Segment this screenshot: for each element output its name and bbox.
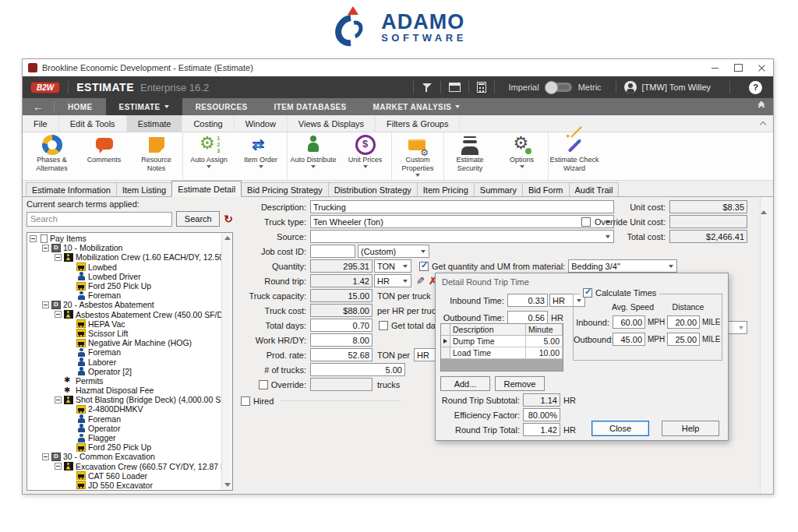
calculate-times-checkbox[interactable]	[583, 288, 592, 298]
tree-item[interactable]: Operator	[27, 424, 221, 433]
tree-expander[interactable]	[42, 245, 49, 252]
item-order-button[interactable]: Item Order	[235, 132, 287, 180]
nav-estimate[interactable]: ESTIMATE	[106, 98, 182, 115]
estimate-check-wizard-button[interactable]: Estimate Check Wizard	[548, 132, 600, 180]
tree-item[interactable]: Lowbed	[27, 262, 221, 272]
tab-distribution-strategy[interactable]: Distribution Strategy	[328, 182, 418, 196]
tree-item[interactable]: Foreman	[27, 291, 221, 300]
menu-estimate[interactable]: Estimate	[127, 115, 183, 132]
custom-properties-button[interactable]: Custom Properties	[391, 132, 443, 180]
chevron-down-icon[interactable]	[666, 260, 676, 272]
menu-window[interactable]: Window	[235, 115, 288, 132]
maximize-button[interactable]	[726, 59, 750, 76]
hired-checkbox[interactable]	[241, 396, 250, 406]
override-unit-cost-checkbox[interactable]	[581, 217, 591, 227]
add-button[interactable]: Add...	[440, 376, 490, 391]
inbound-time-field[interactable]: 0.33	[507, 294, 548, 307]
quantity-field[interactable]: 295.31	[310, 259, 373, 273]
nav-resources[interactable]: RESOURCES	[182, 98, 261, 115]
window-layout-icon[interactable]	[449, 83, 461, 92]
tree-expander[interactable]	[55, 396, 62, 403]
units-toggle[interactable]	[546, 83, 572, 92]
search-input[interactable]	[26, 212, 172, 227]
tree-item[interactable]: CAT 560 Loader	[27, 471, 221, 481]
remove-button[interactable]: Remove	[495, 376, 545, 391]
override-checkbox[interactable]	[259, 380, 268, 389]
back-button[interactable]	[23, 98, 54, 115]
tree-scrollbar[interactable]	[221, 233, 232, 490]
outbound-speed-field[interactable]: 45.00	[613, 333, 645, 346]
nav-home[interactable]: HOME	[55, 98, 106, 115]
tree-item[interactable]: Mobilization Crew (1.60 EACH/DY, 12.50 D…	[27, 252, 221, 262]
efficiency-factor-field[interactable]: 80.00%	[523, 408, 560, 421]
help-button[interactable]: ?	[749, 81, 762, 94]
nav-item-databases[interactable]: ITEM DATABASES	[261, 98, 360, 115]
tree-expander[interactable]	[55, 311, 62, 318]
menu-file[interactable]: File	[23, 115, 59, 132]
phases-alternates-button[interactable]: Phases & Alternates	[26, 132, 78, 180]
job-cost-id-field[interactable]	[310, 245, 355, 258]
material-select[interactable]: Bedding 3/4"	[568, 259, 677, 273]
scroll-down-icon[interactable]	[224, 483, 231, 487]
grid-description-header[interactable]: Description	[450, 324, 526, 336]
tab-summary[interactable]: Summary	[474, 182, 523, 196]
comments-button[interactable]: Comments	[78, 132, 130, 180]
tree-item[interactable]: Foreman	[27, 347, 221, 357]
grid-row[interactable]: Dump Time 5.00	[441, 336, 563, 347]
main-scrollbar[interactable]	[760, 197, 773, 494]
grid-minutes-header[interactable]: Minute	[526, 324, 563, 336]
tab-bid-pricing-strategy[interactable]: Bid Pricing Strategy	[241, 182, 329, 196]
tab-audit-trail[interactable]: Audit Trail	[569, 182, 620, 196]
unit-prices-button[interactable]: Unit Prices	[339, 132, 391, 180]
grid-minutes-cell[interactable]: 5.00	[526, 336, 563, 347]
tab-item-listing[interactable]: Item Listing	[116, 182, 172, 196]
tree-item[interactable]: Operator [2]	[27, 367, 221, 376]
row-selector[interactable]	[441, 347, 450, 359]
truck-cost-field[interactable]: $88.00	[310, 304, 373, 317]
scroll-up-icon[interactable]	[763, 184, 769, 198]
menu-costing[interactable]: Costing	[182, 115, 234, 132]
tree-item[interactable]: 2-4800DHMKV	[27, 404, 221, 414]
chevron-down-icon[interactable]	[400, 275, 411, 287]
prod-rate-field[interactable]: 52.68	[310, 348, 373, 361]
tree-expander[interactable]	[55, 254, 62, 261]
tree-item[interactable]: Scissor Lift	[27, 329, 221, 338]
tree-item[interactable]: Permits	[27, 376, 221, 386]
tree-item[interactable]: Excavation Crew (660.57 CY/DY, 12.87 DY	[27, 462, 221, 471]
tree-item[interactable]: 10 - Mobilization	[27, 243, 221, 252]
total-days-field[interactable]: 0.70	[310, 319, 373, 332]
tree-expander[interactable]	[42, 301, 49, 308]
dialog-title[interactable]: Detail Round Trip Time	[436, 273, 728, 290]
chevron-down-icon[interactable]	[418, 245, 429, 257]
resource-notes-button[interactable]: Resource Notes	[130, 132, 182, 180]
scroll-up-icon[interactable]	[224, 236, 231, 240]
scroll-up-icon[interactable]	[761, 197, 767, 214]
tree-item[interactable]: Ford 250 Pick Up	[27, 442, 221, 452]
tree-item[interactable]: Flagger	[27, 433, 221, 442]
grid-description-cell[interactable]: Load Time	[450, 347, 526, 359]
tree-item[interactable]: JD 550 Excavator	[27, 481, 221, 490]
round-trip-total-field[interactable]: 1.42	[523, 423, 560, 436]
filter-icon[interactable]	[422, 83, 433, 93]
tree-item[interactable]: Ford 250 Pick Up	[27, 281, 221, 291]
inbound-speed-field[interactable]: 60.00	[613, 315, 645, 329]
tree-expander[interactable]	[42, 453, 49, 460]
menu-filters-groups[interactable]: Filters & Groups	[376, 115, 460, 132]
tree-item[interactable]: Shot Blasting (Bridge Deck) (4,000.00 SF…	[27, 395, 221, 404]
tree-item[interactable]: HEPA Vac	[27, 319, 221, 329]
estimate-security-button[interactable]: Estimate Security	[443, 132, 496, 180]
truck-capacity-field[interactable]: 15.00	[310, 289, 373, 302]
grid-minutes-cell[interactable]: 10.00	[526, 347, 563, 359]
close-button[interactable]: Close	[591, 421, 649, 436]
tree-item[interactable]: Negative Air Machine (HOG)	[27, 338, 221, 347]
tab-estimate-detail[interactable]: Estimate Detail	[171, 181, 242, 197]
collapse-ribbon-icon[interactable]	[761, 115, 765, 132]
nav-market-analysis[interactable]: MARKET ANALYSIS	[360, 98, 474, 115]
minimize-button[interactable]	[703, 59, 726, 76]
num-trucks-field[interactable]: 5.00	[310, 363, 405, 376]
chevron-down-icon[interactable]	[400, 260, 411, 272]
get-total-days-checkbox[interactable]	[379, 321, 388, 330]
tree-item[interactable]: 20 - Asbestos Abatement	[27, 300, 221, 309]
work-hr-field[interactable]: 8.00	[310, 333, 373, 347]
grid-row[interactable]: Load Time 10.00	[441, 347, 563, 359]
